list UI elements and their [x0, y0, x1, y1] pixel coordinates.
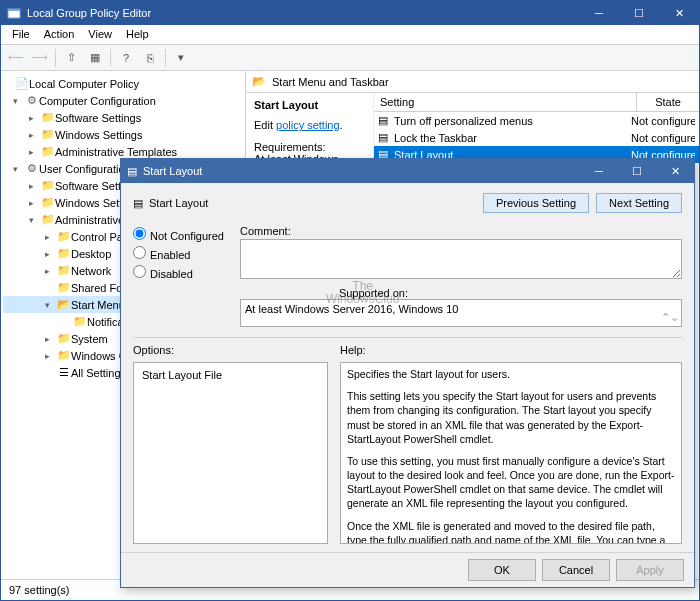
radio-disabled[interactable]: Disabled — [133, 263, 224, 282]
dialog-heading: Start Layout — [149, 197, 208, 209]
col-setting[interactable]: Setting — [374, 93, 637, 111]
tree-dk[interactable]: Desktop — [71, 248, 111, 260]
tree-cc[interactable]: Computer Configuration — [39, 95, 156, 107]
tree-uc[interactable]: User Configuration — [39, 163, 131, 175]
svg-rect-1 — [8, 9, 20, 11]
col-state[interactable]: State — [637, 93, 699, 111]
options-field-label: Start Layout File — [142, 369, 222, 381]
menu-action[interactable]: Action — [37, 27, 82, 42]
dialog-title: Start Layout — [143, 165, 202, 177]
folder-icon: 📂 — [252, 75, 266, 88]
help-box[interactable]: Specifies the Start layout for users. Th… — [340, 362, 682, 544]
export-button[interactable]: ⎘ — [139, 48, 161, 68]
tree-cc-at[interactable]: Administrative Templates — [55, 146, 177, 158]
menu-help[interactable]: Help — [119, 27, 156, 42]
setting-row[interactable]: ▤Turn off personalized menusNot configur… — [374, 112, 699, 129]
policy-dialog: ▤ Start Layout ─ ☐ ✕ ▤ Start Layout Prev… — [120, 158, 695, 588]
gear-icon: ▤ — [127, 165, 137, 178]
supported-label: Supported on: — [240, 287, 408, 299]
options-label: Options: — [133, 344, 328, 356]
apply-button[interactable]: Apply — [616, 559, 684, 581]
forward-button[interactable]: ⟶ — [29, 48, 51, 68]
options-box: Start Layout File — [133, 362, 328, 544]
supported-field: At least Windows Server 2016, Windows 10… — [240, 299, 682, 327]
close-button[interactable]: ✕ — [659, 1, 699, 25]
cancel-button[interactable]: Cancel — [542, 559, 610, 581]
up-button[interactable]: ⇧ — [60, 48, 82, 68]
menubar: File Action View Help — [1, 25, 699, 45]
filter-button[interactable]: ▾ — [170, 48, 192, 68]
setting-row[interactable]: ▤Lock the TaskbarNot configured — [374, 129, 699, 146]
dlg-maximize-button[interactable]: ☐ — [618, 159, 656, 183]
tree-cc-sw[interactable]: Software Settings — [55, 112, 141, 124]
show-hide-button[interactable]: ▦ — [84, 48, 106, 68]
tree-sy[interactable]: System — [71, 333, 108, 345]
requirements-label: Requirements: — [254, 141, 365, 153]
edit-policy-link[interactable]: policy setting — [276, 119, 340, 131]
dlg-minimize-button[interactable]: ─ — [580, 159, 618, 183]
pane-heading: Start Layout — [254, 99, 365, 111]
minimize-button[interactable]: ─ — [579, 1, 619, 25]
previous-setting-button[interactable]: Previous Setting — [483, 193, 589, 213]
window-title: Local Group Policy Editor — [27, 7, 151, 19]
maximize-button[interactable]: ☐ — [619, 1, 659, 25]
dlg-close-button[interactable]: ✕ — [656, 159, 694, 183]
next-setting-button[interactable]: Next Setting — [596, 193, 682, 213]
setting-icon: ▤ — [378, 131, 394, 144]
radio-enabled[interactable]: Enabled — [133, 244, 224, 263]
setting-icon: ▤ — [378, 114, 394, 127]
tree-cc-ws[interactable]: Windows Settings — [55, 129, 142, 141]
page-icon: ▤ — [133, 197, 143, 210]
toolbar: ⟵ ⟶ ⇧ ▦ ? ⎘ ▾ — [1, 45, 699, 71]
tree-nw[interactable]: Network — [71, 265, 111, 277]
help-label: Help: — [340, 344, 366, 356]
comment-label: Comment: — [240, 225, 682, 237]
tree-root[interactable]: Local Computer Policy — [29, 78, 139, 90]
help-button[interactable]: ? — [115, 48, 137, 68]
menu-view[interactable]: View — [81, 27, 119, 42]
chevron-up-down-icon[interactable]: ⌃⌄ — [661, 311, 679, 324]
back-button[interactable]: ⟵ — [5, 48, 27, 68]
comment-field[interactable] — [240, 239, 682, 279]
ok-button[interactable]: OK — [468, 559, 536, 581]
status-count: 97 setting(s) — [9, 584, 70, 596]
tree-as[interactable]: All Settings — [71, 367, 126, 379]
main-titlebar: Local Group Policy Editor ─ ☐ ✕ — [1, 1, 699, 25]
menu-file[interactable]: File — [5, 27, 37, 42]
path-label: Start Menu and Taskbar — [272, 76, 389, 88]
app-icon — [7, 6, 21, 20]
radio-not-configured[interactable]: Not Configured — [133, 225, 224, 244]
